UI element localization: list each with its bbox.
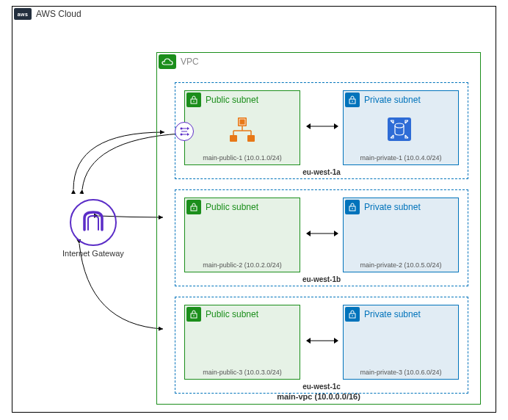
vpc-header: VPC — [157, 53, 480, 69]
svg-point-1 — [193, 101, 195, 102]
private-subnet-1: Private subnet main-private-1 (10.0.4.0/… — [343, 90, 459, 165]
public-subnet-1: Public subnet — [184, 90, 300, 165]
az-name: eu-west-1a — [175, 168, 468, 176]
vpc-icon — [159, 54, 176, 69]
public-subnet-label: Public subnet — [206, 309, 258, 319]
lock-icon — [186, 307, 201, 322]
svg-point-17 — [395, 123, 404, 128]
public-subnet-label: Public subnet — [206, 202, 258, 212]
public-subnet-2: Public subnet main-public-2 (10.0.2.0/24… — [184, 198, 300, 272]
svg-point-27 — [352, 315, 353, 316]
aws-cloud-container: aws AWS Cloud Internet Gateway VPC — [12, 6, 496, 413]
private-subnet-cidr: main-private-2 (10.0.5.0/24) — [344, 261, 458, 269]
vpc-container: VPC Public subnet — [156, 52, 481, 405]
lock-icon — [186, 200, 201, 214]
svg-point-16 — [352, 101, 353, 102]
aws-cloud-label: AWS Cloud — [36, 9, 81, 19]
bidir-arrow-icon — [306, 228, 338, 239]
autoscaling-icon — [229, 116, 255, 142]
az-name: eu-west-1c — [175, 383, 468, 391]
internet-gateway: Internet Gateway — [62, 199, 124, 258]
public-subnet-cidr: main-public-3 (10.0.3.0/24) — [185, 369, 300, 376]
lock-icon — [345, 93, 360, 107]
public-subnet-cidr: main-public-2 (10.0.2.0/24) — [185, 261, 300, 269]
vpc-name: main-vpc (10.0.0.0/16) — [157, 392, 480, 401]
route-table-icon — [175, 122, 194, 141]
az-name: eu-west-1b — [175, 275, 468, 283]
internet-gateway-icon — [70, 199, 117, 246]
private-subnet-label: Private subnet — [364, 95, 421, 105]
bidir-arrow-icon — [306, 121, 338, 131]
public-subnet-cidr: main-public-1 (10.0.1.0/24) — [185, 154, 300, 162]
svg-point-20 — [193, 208, 195, 209]
lock-icon — [345, 200, 360, 214]
availability-zone-3: Public subnet main-public-3 (10.0.3.0/24… — [175, 297, 468, 394]
internet-gateway-label: Internet Gateway — [62, 249, 124, 258]
aws-logo-icon: aws — [14, 8, 32, 20]
private-subnet-2: Private subnet main-private-2 (10.0.5.0/… — [343, 198, 459, 272]
availability-zone-2: Public subnet main-public-2 (10.0.2.0/24… — [175, 189, 468, 286]
svg-point-25 — [193, 315, 195, 316]
rds-icon — [388, 117, 411, 141]
aws-cloud-header: aws AWS Cloud — [12, 7, 496, 20]
svg-rect-9 — [247, 135, 255, 142]
private-subnet-label: Private subnet — [364, 202, 421, 212]
private-subnet-cidr: main-private-3 (10.0.6.0/24) — [344, 369, 458, 376]
vpc-label: VPC — [181, 57, 199, 67]
availability-zone-1: Public subnet — [175, 82, 468, 179]
private-subnet-label: Private subnet — [364, 309, 421, 319]
svg-rect-8 — [230, 135, 237, 142]
private-subnet-cidr: main-private-1 (10.0.4.0/24) — [344, 154, 458, 162]
lock-icon — [186, 93, 201, 107]
public-subnet-3: Public subnet main-public-3 (10.0.3.0/24… — [184, 305, 300, 380]
bidir-arrow-icon — [306, 336, 338, 346]
public-subnet-label: Public subnet — [206, 95, 258, 105]
svg-point-22 — [352, 208, 353, 209]
lock-icon — [345, 307, 360, 322]
private-subnet-3: Private subnet main-private-3 (10.0.6.0/… — [343, 305, 459, 380]
